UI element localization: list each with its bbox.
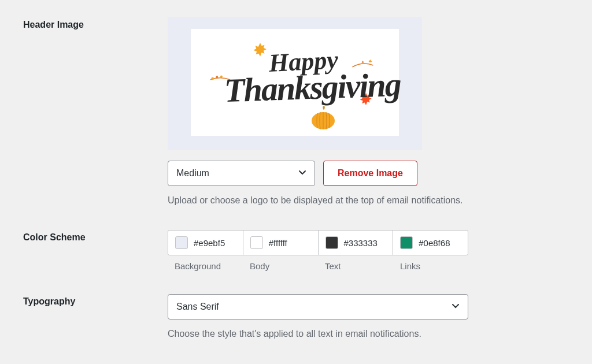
swatch-text <box>325 236 338 249</box>
hex-text: #333333 <box>344 238 378 248</box>
header-image-preview[interactable]: Happy Thanksgiving <box>168 17 422 150</box>
label-background: Background <box>168 261 243 271</box>
color-cell-body[interactable]: #ffffff <box>243 231 319 255</box>
label-body: Body <box>243 261 318 271</box>
header-image-label: Header Image <box>23 17 168 30</box>
hex-body: #ffffff <box>269 238 287 248</box>
label-text: Text <box>318 261 393 271</box>
label-links: Links <box>393 261 468 271</box>
hex-background: #e9ebf5 <box>194 238 225 248</box>
hex-links: #0e8f68 <box>419 238 450 248</box>
swatch-links <box>400 236 413 249</box>
header-image-inner: Happy Thanksgiving <box>191 29 399 136</box>
header-image-row: Header Image Happy Thanksgiving <box>23 17 569 207</box>
color-scheme-label: Color Scheme <box>23 230 168 243</box>
header-image-help: Upload or choose a logo to be displayed … <box>168 194 538 207</box>
svg-point-2 <box>220 75 223 77</box>
thanksgiving-graphic: Happy Thanksgiving <box>208 36 382 129</box>
color-cell-background[interactable]: #e9ebf5 <box>168 231 243 255</box>
image-size-select[interactable] <box>168 161 315 186</box>
header-image-content: Happy Thanksgiving Remove Image Upload o… <box>168 17 538 207</box>
typography-select-wrap <box>168 294 468 320</box>
color-cell-text[interactable]: #333333 <box>319 231 394 255</box>
color-labels: Background Body Text Links <box>168 261 468 271</box>
preview-text-thanksgiving: Thanksgiving <box>224 65 401 110</box>
typography-select[interactable] <box>168 294 468 320</box>
swatch-background <box>175 236 188 249</box>
svg-point-0 <box>211 77 214 80</box>
color-scheme-row: Color Scheme #e9ebf5 #ffffff #333333 #0e… <box>23 230 569 271</box>
svg-point-1 <box>216 76 218 78</box>
typography-content: Choose the style that's applied to all t… <box>168 294 538 340</box>
color-grid: #e9ebf5 #ffffff #333333 #0e8f68 <box>168 230 468 255</box>
header-image-controls: Remove Image <box>168 161 538 186</box>
typography-row: Typography Choose the style that's appli… <box>23 294 569 340</box>
color-cell-links[interactable]: #0e8f68 <box>393 231 468 255</box>
typography-label: Typography <box>23 294 168 307</box>
swatch-body <box>250 236 263 249</box>
image-size-select-wrap <box>168 161 315 186</box>
remove-image-button[interactable]: Remove Image <box>323 161 417 186</box>
color-scheme-content: #e9ebf5 #ffffff #333333 #0e8f68 Backgrou… <box>168 230 538 271</box>
typography-help: Choose the style that's applied to all t… <box>168 328 538 340</box>
pumpkin-icon <box>309 106 337 130</box>
